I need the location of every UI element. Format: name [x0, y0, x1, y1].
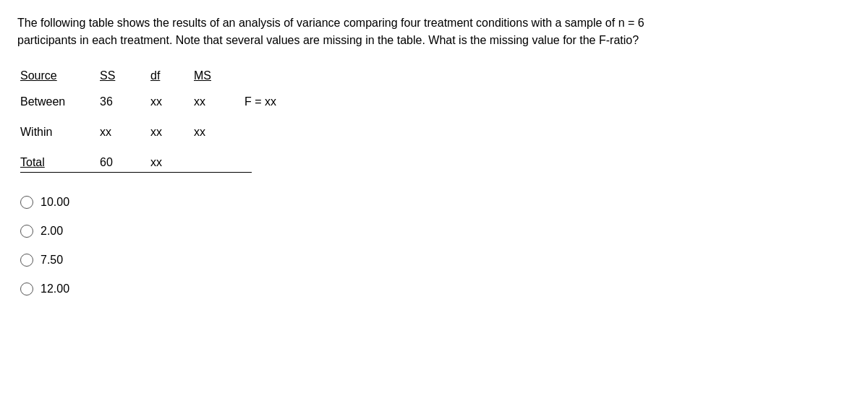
option-label-1: 10.00 — [41, 196, 69, 209]
header-df: df — [150, 69, 194, 82]
within-source: Within — [20, 126, 100, 139]
option-item-4[interactable]: 12.00 — [20, 283, 851, 296]
within-df: xx — [150, 126, 194, 139]
header-ms: MS — [194, 69, 244, 82]
option-label-3: 7.50 — [41, 254, 63, 267]
total-source: Total — [20, 156, 100, 169]
header-source: Source — [20, 69, 100, 82]
header-ss: SS — [100, 69, 150, 82]
between-ss: 36 — [100, 95, 150, 108]
question-text: The following table shows the results of… — [17, 14, 851, 49]
options-section: 10.00 2.00 7.50 12.00 — [20, 196, 851, 296]
table-header-row: Source SS df MS — [20, 69, 851, 82]
anova-table: Source SS df MS Between 36 xx xx F = xx … — [20, 69, 851, 173]
option-item-3[interactable]: 7.50 — [20, 254, 851, 267]
option-label-2: 2.00 — [41, 225, 63, 238]
table-row-between: Between 36 xx xx F = xx — [20, 95, 851, 108]
table-row-total: Total 60 xx — [20, 156, 252, 173]
table-row-within: Within xx xx xx — [20, 126, 851, 139]
radio-1[interactable] — [20, 196, 33, 209]
total-ss: 60 — [100, 156, 150, 169]
option-item-1[interactable]: 10.00 — [20, 196, 851, 209]
between-df: xx — [150, 95, 194, 108]
option-item-2[interactable]: 2.00 — [20, 225, 851, 238]
between-f: F = xx — [244, 95, 317, 108]
radio-2[interactable] — [20, 225, 33, 238]
option-label-4: 12.00 — [41, 283, 69, 296]
within-ss: xx — [100, 126, 150, 139]
question-line1: The following table shows the results of… — [17, 14, 851, 32]
within-ms: xx — [194, 126, 244, 139]
radio-3[interactable] — [20, 254, 33, 267]
total-df: xx — [150, 156, 194, 169]
question-line2: participants in each treatment. Note tha… — [17, 32, 851, 49]
radio-4[interactable] — [20, 283, 33, 296]
between-ms: xx — [194, 95, 244, 108]
between-source: Between — [20, 95, 100, 108]
